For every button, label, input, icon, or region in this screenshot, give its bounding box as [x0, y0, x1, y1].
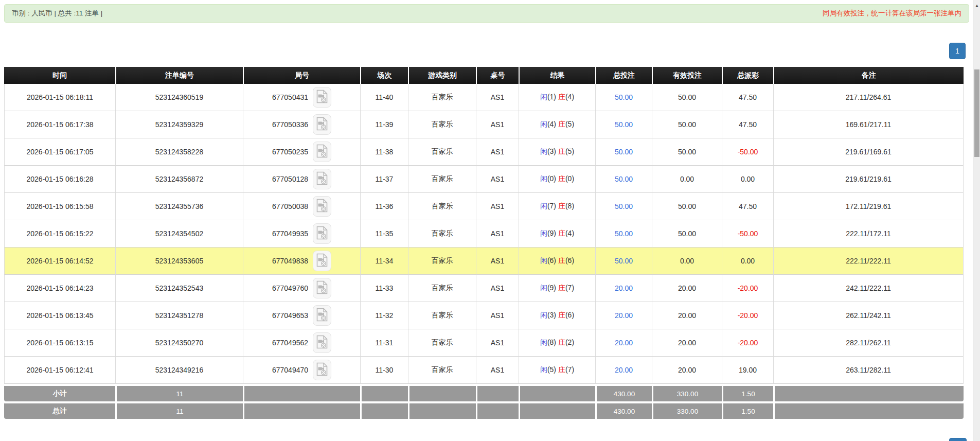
video-replay-button[interactable]: [313, 278, 331, 298]
cell-time: 2026-01-15 06:13:45: [4, 302, 115, 329]
footer-empty-cell: [519, 401, 595, 419]
round-no-text: 677049653: [272, 311, 308, 320]
cell-bet-id: 523124350270: [115, 329, 243, 357]
total-bet-link[interactable]: 50.00: [615, 257, 633, 265]
cell-payout: -20.00: [722, 329, 773, 357]
cell-total-bet: 20.00: [595, 275, 652, 302]
result-player-score: (4): [547, 120, 556, 128]
video-replay-icon: [316, 335, 328, 350]
cell-session: 11-38: [360, 138, 408, 166]
result-banker-score: (5): [565, 147, 574, 155]
result-banker-score: (4): [565, 93, 574, 101]
cell-result: 闲(4) 庄(5): [519, 111, 595, 138]
result-player-score: (8): [547, 338, 556, 346]
video-replay-button[interactable]: [313, 87, 331, 108]
table-row: 2026-01-15 06:17:05 523124358228 6770502…: [4, 138, 964, 166]
cell-remark: 282.11/262.11: [773, 329, 964, 357]
cell-payout: 19.00: [722, 357, 773, 384]
footer-empty-cell: [243, 401, 360, 419]
video-replay-button[interactable]: [313, 223, 331, 244]
cell-game-type: 百家乐: [408, 166, 476, 193]
total-bet-link[interactable]: 20.00: [615, 366, 633, 374]
cell-session: 11-32: [360, 302, 408, 329]
column-header-time: 时间: [4, 67, 115, 84]
cell-payout: -50.00: [722, 220, 773, 248]
column-header-round-no: 局号: [243, 67, 360, 84]
cell-bet-id: 523124356872: [115, 166, 243, 193]
video-replay-button[interactable]: [313, 305, 331, 326]
scrollbar-thumb[interactable]: [974, 69, 979, 157]
cell-total-bet: 50.00: [595, 166, 652, 193]
total-bet-link[interactable]: 50.00: [615, 230, 633, 238]
cell-round-no: 677049562: [243, 329, 360, 357]
total-bet-link[interactable]: 50.00: [615, 148, 633, 156]
bets-table: 时间 注单编号 局号 场次 游戏类别 桌号 结果 总投注 有效投注 总派彩 备注…: [4, 67, 964, 419]
column-header-result: 结果: [519, 67, 595, 84]
round-no-text: 677050038: [272, 202, 308, 210]
video-replay-button[interactable]: [313, 114, 331, 135]
footer-empty-cell: [408, 384, 476, 401]
total-bet-link[interactable]: 20.00: [615, 284, 633, 292]
cell-bet-id: 523124360519: [115, 84, 243, 111]
cell-game-type: 百家乐: [408, 275, 476, 302]
cell-valid-bet: 50.00: [652, 111, 722, 138]
cell-round-no: 677050128: [243, 166, 360, 193]
cell-result: 闲(3) 庄(6): [519, 302, 595, 329]
subtotal-label: 小计: [4, 384, 115, 401]
cell-remark: 242.11/222.11: [773, 275, 964, 302]
cell-remark: 262.11/242.11: [773, 302, 964, 329]
video-replay-icon: [316, 144, 328, 160]
valid-bet-notice-text: 同局有效投注，统一计算在该局第一张注单内: [823, 9, 961, 18]
footer-empty-cell: [773, 384, 964, 401]
table-row: 2026-01-15 06:14:23 523124352543 6770497…: [4, 275, 964, 302]
result-player-label: 闲: [540, 338, 547, 346]
footer-empty-cell: [360, 401, 408, 419]
result-player-label: 闲: [540, 229, 547, 237]
result-banker-label: 庄: [558, 229, 565, 237]
total-bet-link[interactable]: 50.00: [615, 202, 633, 210]
footer-empty-cell: [519, 384, 595, 401]
cell-session: 11-37: [360, 166, 408, 193]
scroll-up-arrow-icon[interactable]: ▲: [973, 3, 980, 8]
cell-game-type: 百家乐: [408, 329, 476, 357]
footer-empty-cell: [360, 384, 408, 401]
video-replay-button[interactable]: [313, 196, 331, 217]
round-no-text: 677050431: [272, 93, 308, 101]
total-bet-link[interactable]: 50.00: [615, 120, 633, 129]
result-player-score: (1): [547, 93, 556, 101]
cell-session: 11-36: [360, 193, 408, 220]
video-replay-button[interactable]: [313, 142, 331, 162]
pagination-bottom-partial[interactable]: [949, 438, 967, 441]
round-no-text: 677050235: [272, 148, 308, 156]
result-player-score: (3): [547, 147, 556, 155]
cell-session: 11-39: [360, 111, 408, 138]
video-replay-button[interactable]: [313, 360, 331, 380]
cell-bet-id: 523124355736: [115, 193, 243, 220]
table-row: 2026-01-15 06:12:41 523124349216 6770494…: [4, 357, 964, 384]
video-replay-button[interactable]: [313, 169, 331, 189]
table-row: 2026-01-15 06:18:11 523124360519 6770504…: [4, 84, 964, 111]
video-replay-icon: [316, 362, 328, 378]
table-row: 2026-01-15 06:16:28 523124356872 6770501…: [4, 166, 964, 193]
result-banker-label: 庄: [558, 284, 565, 292]
pagination-page-1[interactable]: 1: [949, 43, 966, 59]
cell-round-no: 677050235: [243, 138, 360, 166]
total-bet-link[interactable]: 50.00: [615, 93, 633, 101]
total-bet-link[interactable]: 20.00: [615, 311, 633, 320]
result-banker-score: (2): [565, 338, 574, 346]
total-bet-link[interactable]: 50.00: [615, 175, 633, 183]
table-row: 2026-01-15 06:15:22 523124354502 6770499…: [4, 220, 964, 248]
cell-result: 闲(7) 庄(8): [519, 193, 595, 220]
result-player-label: 闲: [540, 174, 547, 183]
vertical-scrollbar[interactable]: ▲: [973, 0, 980, 441]
total-count: 11: [115, 401, 243, 419]
video-replay-icon: [316, 117, 328, 132]
cell-result: 闲(9) 庄(4): [519, 220, 595, 248]
video-replay-button[interactable]: [313, 332, 331, 353]
cell-valid-bet: 20.00: [652, 329, 722, 357]
video-replay-button[interactable]: [313, 251, 331, 271]
cell-time: 2026-01-15 06:12:41: [4, 357, 115, 384]
result-banker-score: (8): [565, 202, 574, 210]
table-row: 2026-01-15 06:13:45 523124351278 6770496…: [4, 302, 964, 329]
total-bet-link[interactable]: 20.00: [615, 339, 633, 347]
